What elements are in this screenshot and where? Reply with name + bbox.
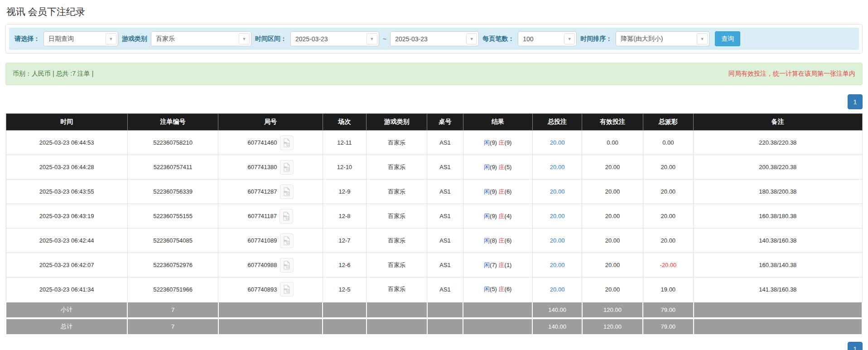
query-type-label: 请选择：	[14, 35, 40, 43]
result-banker-label: 庄	[499, 262, 505, 268]
video-replay-button[interactable]	[280, 282, 294, 297]
cell-result: 闲(7) 庄(1)	[463, 253, 532, 277]
chevron-down-icon[interactable]: ▼	[239, 33, 250, 44]
subtotal-row-cell-10	[694, 302, 862, 318]
round-number-wrap: 607741187	[248, 209, 293, 224]
cell-session: 12-10	[323, 155, 366, 180]
search-button[interactable]: 查询	[715, 31, 740, 46]
result-player-score: (9)	[490, 188, 499, 195]
total-row: 总计7140.00120.0079.00	[6, 318, 862, 335]
cell-game-type: 百家乐	[366, 131, 427, 155]
video-replay-button[interactable]	[280, 136, 294, 150]
table-row: 2025-03-23 06:43:19522360755155607741187…	[6, 204, 862, 228]
column-header: 总投注	[532, 114, 582, 131]
result-banker-label: 庄	[499, 286, 505, 292]
chevron-down-icon[interactable]: ▼	[697, 33, 708, 44]
result-banker-score: (6)	[505, 237, 512, 244]
cell-session: 12-5	[323, 277, 366, 302]
total-bet-link[interactable]: 20.00	[550, 164, 565, 170]
round-number-wrap: 607741460	[247, 136, 293, 150]
date-from-select[interactable]: 2025-03-23 ▼	[290, 31, 379, 46]
query-type-value: 日期查询	[44, 32, 106, 46]
column-header: 桌号	[427, 114, 463, 131]
cell-time: 2025-03-23 06:42:44	[6, 228, 127, 253]
cell-time: 2025-03-23 06:41:34	[6, 277, 127, 302]
subtotal-row-cell-7: 140.00	[532, 302, 582, 318]
video-replay-button[interactable]	[280, 160, 294, 175]
video-replay-button[interactable]	[280, 258, 294, 272]
video-replay-icon	[282, 261, 291, 270]
cell-time: 2025-03-23 06:42:07	[6, 253, 127, 277]
video-replay-button[interactable]	[280, 233, 294, 248]
table-row: 2025-03-23 06:44:28522360757411607741380…	[6, 155, 862, 180]
date-to-value: 2025-03-23	[391, 32, 466, 46]
chevron-down-icon[interactable]: ▼	[466, 33, 477, 44]
video-replay-button[interactable]	[280, 185, 294, 199]
round-number: 607741089	[247, 237, 277, 244]
per-page-select[interactable]: 100 ▼	[518, 31, 577, 46]
cell-game-type: 百家乐	[366, 204, 427, 228]
game-type-select[interactable]: 百家乐 ▼	[151, 31, 251, 46]
cell-result: 闲(9) 庄(6)	[463, 180, 532, 204]
cell-time: 2025-03-23 06:44:28	[6, 155, 127, 180]
total-bet-link[interactable]: 20.00	[550, 262, 565, 268]
subtotal-row-cell-5	[427, 302, 463, 318]
round-number-wrap: 607741380	[247, 160, 293, 175]
query-type-select[interactable]: 日期查询 ▼	[43, 31, 118, 46]
cell-result: 闲(9) 庄(9)	[463, 131, 532, 155]
column-header: 场次	[323, 114, 366, 131]
result-banker-score: (9)	[505, 139, 512, 146]
chevron-down-icon[interactable]: ▼	[366, 33, 377, 44]
total-row-cell-6	[463, 318, 532, 335]
cell-time: 2025-03-23 06:43:19	[6, 204, 127, 228]
result-player-label: 闲	[484, 262, 490, 268]
cell-session: 12-9	[323, 180, 366, 204]
video-replay-icon	[282, 138, 291, 147]
cell-payout: 20.00	[643, 180, 694, 204]
cell-total-bet: 20.00	[532, 228, 582, 253]
table-row: 2025-03-23 06:42:44522360754085607741089…	[6, 228, 862, 253]
result-banker-score: (1)	[505, 262, 512, 268]
cell-total-bet: 20.00	[532, 253, 582, 277]
page-number-button[interactable]: 1	[848, 342, 863, 350]
cell-payout: 20.00	[643, 155, 694, 180]
betting-records-table: 时间注单编号局号场次游戏类别桌号结果总投注有效投注总派彩备注 2025-03-2…	[5, 113, 863, 335]
date-to-select[interactable]: 2025-03-23 ▼	[390, 31, 479, 46]
total-bet-link[interactable]: 20.00	[550, 139, 565, 146]
range-separator: ~	[383, 35, 386, 43]
summary-bar: 币别：人民币 | 总共 :7 注单 | 同局有效投注，统一计算在该局第一张注单内	[5, 63, 863, 85]
game-type-label: 游戏类别	[122, 35, 147, 43]
chevron-down-icon[interactable]: ▼	[106, 33, 116, 44]
total-bet-link[interactable]: 20.00	[550, 237, 565, 244]
round-number-wrap: 607741089	[247, 233, 293, 248]
per-page-value: 100	[518, 32, 564, 46]
chevron-down-icon[interactable]: ▼	[564, 33, 575, 44]
cell-note: 220.38/220.38	[694, 131, 862, 155]
result-player-label: 闲	[484, 213, 490, 219]
total-bet-link[interactable]: 20.00	[550, 286, 565, 293]
round-number: 607741287	[247, 188, 277, 195]
total-bet-link[interactable]: 20.00	[550, 188, 565, 195]
total-row-cell-1: 7	[127, 318, 218, 335]
cell-game-type: 百家乐	[366, 155, 427, 180]
result-banker-score: (6)	[505, 188, 512, 195]
sort-order-label: 时间排序：	[580, 35, 612, 43]
cell-total-bet: 20.00	[532, 180, 582, 204]
result-banker-label: 庄	[499, 237, 505, 244]
cell-valid-bet: 20.00	[582, 155, 643, 180]
cell-round-number: 607740988	[218, 253, 323, 277]
result-banker-score: (4)	[505, 213, 512, 219]
video-replay-button[interactable]	[280, 209, 293, 224]
cell-bet-number: 522360757411	[127, 155, 218, 180]
total-bet-link[interactable]: 20.00	[550, 213, 565, 219]
page: 视讯 会员下注纪录 请选择： 日期查询 ▼ 游戏类别 百家乐 ▼ 时间区间： 2…	[0, 5, 868, 350]
sort-order-select[interactable]: 降冪(由大到小) ▼	[616, 31, 709, 46]
page-number-button[interactable]: 1	[848, 94, 863, 109]
cell-result: 闲(8) 庄(6)	[463, 228, 532, 253]
total-row-cell-4	[366, 318, 427, 335]
round-number-wrap: 607741287	[247, 185, 293, 199]
column-header: 时间	[6, 114, 127, 131]
result-player-label: 闲	[484, 237, 490, 244]
total-row-cell-9: 79.00	[643, 318, 694, 335]
round-number: 607741380	[247, 164, 277, 170]
